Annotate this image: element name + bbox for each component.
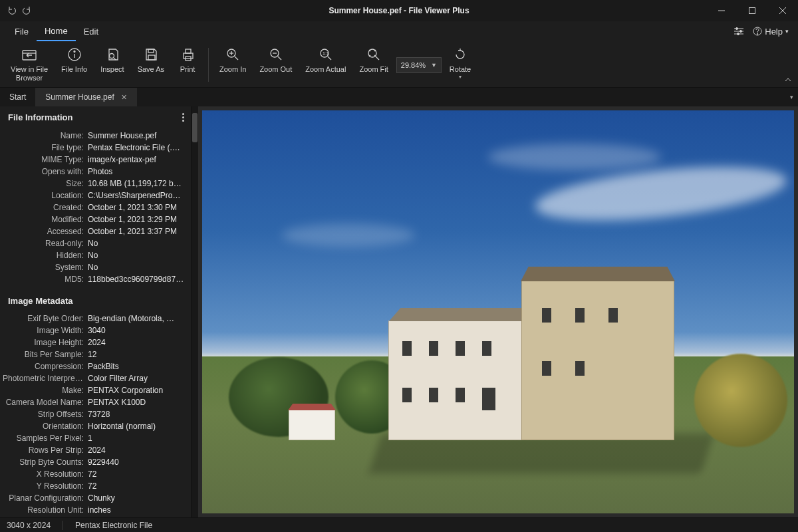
info-icon (67, 45, 82, 64)
status-dimensions: 3040 x 2024 (7, 521, 51, 530)
svg-text:1:1: 1:1 (323, 51, 329, 56)
property-value: PackBits (88, 360, 184, 372)
property-key: Created: (3, 201, 88, 213)
zoom-out-button[interactable]: Zoom Out (254, 44, 297, 74)
property-value: 2024 (88, 444, 184, 456)
property-key: Strip Byte Counts: (3, 456, 88, 468)
property-row: Samples Per Pixel:1 (3, 432, 184, 444)
property-row: Size:10.68 MB (11,199,172 bytes) (3, 178, 184, 190)
property-key: Planar Configuration: (3, 492, 88, 504)
tab-file[interactable]: Summer House.pef ✕ (36, 88, 136, 106)
property-value: 9229440 (88, 456, 184, 468)
property-row: Exif Byte Order:Big-endian (Motorola, … (3, 313, 184, 325)
property-value: October 1, 2021 3:37 PM (88, 225, 184, 237)
property-key: Bits Per Sample: (3, 348, 88, 360)
svg-point-15 (74, 51, 75, 53)
collapse-ribbon-button[interactable] (782, 74, 794, 86)
svg-point-7 (736, 28, 738, 30)
property-key: Exif Byte Order: (3, 313, 88, 325)
menu-file[interactable]: File (7, 21, 37, 41)
image-canvas (202, 110, 794, 513)
property-key: MD5: (3, 273, 88, 285)
settings-icon[interactable] (733, 27, 745, 36)
main-area: File Information Name:Summer House.pefFi… (0, 106, 798, 517)
property-value: Chunky (88, 492, 184, 504)
property-key: Rows Per Strip: (3, 444, 88, 456)
zoom-level-input[interactable]: 29.84% ▼ (396, 57, 442, 73)
property-value: 72 (88, 468, 184, 480)
property-row: Camera Model Name:PENTAX K100D (3, 396, 184, 408)
window-title: Summer House.pef - File Viewer Plus (0, 6, 798, 15)
property-value: 1 (88, 432, 184, 444)
property-row: Compression:PackBits (3, 360, 184, 372)
property-key: Read-only: (3, 237, 88, 249)
property-value: Summer House.pef (88, 130, 184, 142)
property-row: Photometric Interpretat…:Color Filter Ar… (3, 372, 184, 384)
close-tab-button[interactable]: ✕ (121, 93, 127, 102)
chevron-down-icon: ▾ (785, 28, 789, 35)
save-as-button[interactable]: Save As (132, 44, 170, 74)
menu-help[interactable]: Help ▾ (753, 27, 789, 37)
property-key: Hidden: (3, 249, 88, 261)
file-information-panel: File Information Name:Summer House.pefFi… (0, 106, 191, 291)
svg-rect-20 (184, 53, 193, 59)
property-key: Image Width: (3, 325, 88, 336)
zoom-out-icon (269, 45, 283, 64)
inspect-button[interactable]: Inspect (95, 44, 129, 74)
property-value: 3040 (88, 325, 184, 336)
panel-menu-button[interactable] (180, 112, 187, 123)
sidebar-scrollbar[interactable] (192, 106, 198, 517)
menu-edit[interactable]: Edit (76, 21, 106, 41)
property-key: Compression: (3, 360, 88, 372)
svg-line-34 (376, 57, 379, 60)
property-row: Resolution Unit:inches (3, 504, 184, 516)
property-value: 12 (88, 348, 184, 360)
property-key: System: (3, 261, 88, 273)
property-key: Orientation: (3, 420, 88, 432)
undo-button[interactable] (7, 5, 17, 16)
property-key: Modified: (3, 213, 88, 225)
property-value: Photos (88, 166, 184, 178)
print-button[interactable]: Print (172, 44, 203, 74)
close-button[interactable] (767, 0, 798, 21)
rotate-button[interactable]: Rotate ▾ (444, 44, 476, 80)
property-row: Strip Byte Counts:9229440 (3, 456, 184, 468)
property-row: Created:October 1, 2021 3:30 PM (3, 201, 184, 213)
panel-title: File Information (8, 112, 73, 122)
property-value: Big-endian (Motorola, … (88, 313, 184, 325)
property-row: Image Height:2024 (3, 336, 184, 348)
property-value: PENTAX K100D (88, 396, 184, 408)
property-value: No (88, 237, 184, 249)
minimize-button[interactable] (706, 0, 737, 21)
tab-start[interactable]: Start (0, 88, 36, 106)
property-row: Hidden:No (3, 249, 184, 261)
property-value: 118bbed3cc9609799d872ff44ec… (88, 273, 184, 285)
svg-point-11 (757, 33, 758, 34)
property-row: MD5:118bbed3cc9609799d872ff44ec… (3, 273, 184, 285)
property-key: X Resolution: (3, 468, 88, 480)
property-row: System:No (3, 261, 184, 273)
scrollbar-thumb[interactable] (192, 113, 198, 142)
file-info-button[interactable]: File Info (56, 44, 92, 74)
image-viewer[interactable] (198, 106, 798, 517)
help-label: Help (765, 27, 783, 37)
zoom-fit-button[interactable]: Zoom Fit (354, 44, 393, 74)
property-key: Photometric Interpretat…: (3, 372, 88, 384)
property-row: Name:Summer House.pef (3, 130, 184, 142)
property-row: Bits Per Sample:12 (3, 348, 184, 360)
view-in-file-browser-button[interactable]: View in File Browser (5, 44, 53, 82)
rotate-icon (453, 45, 467, 64)
zoom-actual-button[interactable]: 1:1 Zoom Actual (300, 44, 351, 74)
property-row: MIME Type:image/x-pentax-pef (3, 154, 184, 166)
property-key: Camera Model Name: (3, 396, 88, 408)
menu-home[interactable]: Home (37, 21, 76, 41)
menubar: File Home Edit Help ▾ (0, 21, 798, 41)
property-row: Accessed:October 1, 2021 3:37 PM (3, 225, 184, 237)
zoom-in-button[interactable]: Zoom In (214, 44, 251, 74)
redo-button[interactable] (21, 5, 32, 16)
tabs-overflow-button[interactable]: ▾ (785, 88, 798, 106)
property-row: Rows Per Strip:2024 (3, 444, 184, 456)
svg-rect-21 (186, 49, 191, 53)
svg-point-16 (109, 54, 114, 59)
maximize-button[interactable] (737, 0, 767, 21)
